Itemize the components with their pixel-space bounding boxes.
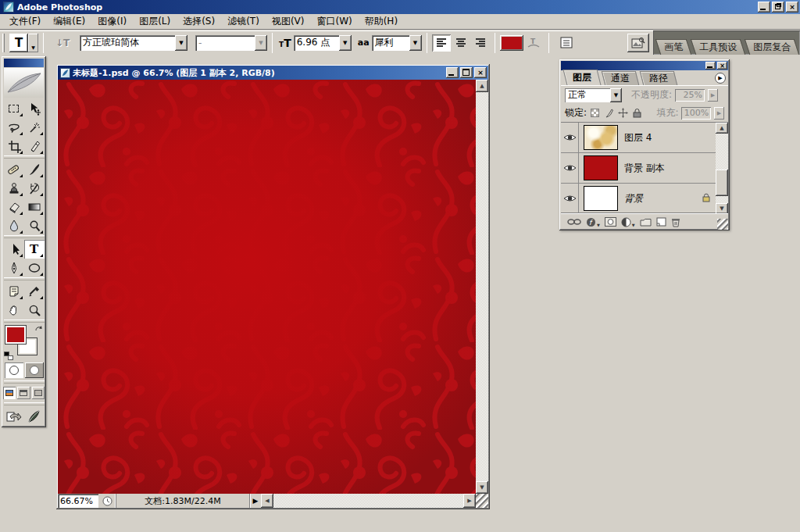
menu-help[interactable]: 帮助(H) [359,13,404,30]
blend-mode-dropdown[interactable]: 正常 ▼ [565,88,622,102]
vertical-scroll-track[interactable] [476,92,488,481]
standard-mode-button[interactable] [5,362,23,378]
fullscreen-menubar-button[interactable] [17,387,30,399]
vertical-scrollbar[interactable]: ▲ ▼ [476,80,488,494]
slice-tool[interactable] [24,137,45,155]
close-button[interactable]: × [786,2,798,12]
well-tab-layer-comps[interactable]: 图层复合 [745,39,799,55]
window-resize-grip[interactable] [476,494,488,508]
text-orientation-button[interactable]: ↓T [53,34,72,52]
pen-tool[interactable] [4,259,24,277]
layers-scroll-thumb[interactable] [716,170,728,196]
align-right-button[interactable] [471,34,490,52]
layer-thumbnail[interactable] [584,155,618,180]
layers-scroll-up[interactable]: ▲ [716,123,728,134]
layer-row-2[interactable]: 背景 副本 [561,153,716,184]
brush-tool[interactable] [24,160,45,179]
tool-preset-dropdown-arrow[interactable]: ▼ [28,34,38,52]
palette-menu-button[interactable]: ▶ [715,73,726,84]
healing-brush-tool[interactable] [4,160,24,179]
adjustment-layer-button[interactable]: ▼ [621,217,635,227]
well-tab-brushes[interactable]: 画笔 [655,39,691,55]
gradient-tool[interactable] [24,198,45,216]
scroll-down-button[interactable]: ▼ [476,481,488,494]
toolbox-titlebar[interactable] [4,59,44,67]
fill-slider-arrow[interactable]: ▶ [714,107,724,120]
font-family-dropdown[interactable]: 方正琥珀简体 ▼ [80,35,188,51]
shape-tool[interactable] [24,259,45,277]
fill-value[interactable]: 100% [681,107,711,120]
lock-position-icon[interactable] [618,108,629,118]
tab-layers[interactable]: 图层 [563,70,602,85]
new-group-button[interactable] [640,218,652,227]
palette-minimize-button[interactable] [705,62,716,70]
clone-stamp-tool[interactable] [4,179,24,198]
menu-file[interactable]: 文件(F) [3,13,47,30]
layer-thumbnail[interactable] [584,186,618,211]
warp-text-button[interactable]: T [523,34,544,52]
eraser-tool[interactable] [4,198,24,216]
scroll-up-button[interactable]: ▲ [476,80,488,92]
layers-scroll-down[interactable]: ▼ [716,203,728,214]
zoom-percentage-field[interactable]: 66.67% [58,494,98,508]
tool-preset-picker[interactable]: T ▼ [9,34,38,52]
fullscreen-button[interactable] [32,387,45,399]
swap-colors-icon[interactable] [34,324,44,334]
doc-close-button[interactable]: × [474,67,487,78]
palette-resize-grip[interactable] [717,219,728,230]
opacity-slider-arrow[interactable]: ▶ [708,89,718,102]
blend-mode-arrow[interactable]: ▼ [610,88,622,102]
lock-all-icon[interactable] [632,108,643,118]
menu-view[interactable]: 视图(V) [266,13,311,30]
visibility-toggle[interactable] [561,123,579,153]
horizontal-scrollbar[interactable]: ◀ ▶ [261,494,476,508]
menu-select[interactable]: 选择(S) [177,13,221,30]
blur-tool[interactable] [4,216,24,235]
anti-alias-dropdown[interactable]: 犀利 ▼ [372,35,422,51]
align-left-button[interactable] [432,34,451,52]
file-browser-button[interactable] [627,34,649,52]
dodge-tool[interactable] [24,216,45,235]
visibility-toggle[interactable] [561,153,579,184]
tab-channels[interactable]: 通道 [602,71,639,85]
link-layers-icon[interactable] [567,218,581,226]
visibility-toggle[interactable] [561,184,579,214]
scroll-right-button[interactable]: ▶ [463,494,476,508]
horizontal-scroll-track[interactable] [273,494,463,508]
tab-paths[interactable]: 路径 [640,71,677,85]
canvas[interactable] [58,80,476,494]
zoom-tool[interactable] [24,301,45,320]
minimize-button[interactable] [758,2,770,12]
rectangular-marquee-tool[interactable] [4,99,24,118]
toolbox-logo-button[interactable] [4,68,44,98]
font-size-dropdown[interactable]: 6.96 点 ▼ [294,35,352,51]
menu-image[interactable]: 图像(I) [91,13,133,30]
path-selection-tool[interactable] [4,240,24,259]
font-size-arrow[interactable]: ▼ [339,35,352,51]
delete-layer-button[interactable] [671,217,680,227]
crop-tool[interactable] [4,137,24,155]
document-size-status[interactable]: 文档:1.83M/22.4M [116,494,250,508]
lock-pixels-icon[interactable] [604,108,615,118]
options-bar-grip[interactable] [2,34,5,52]
add-layer-mask-button[interactable] [605,217,616,227]
restore-button[interactable] [772,2,784,12]
palettes-button[interactable] [557,35,576,51]
standard-screen-button[interactable] [3,387,16,399]
quick-mask-mode-button[interactable] [25,362,44,378]
scroll-left-button[interactable]: ◀ [261,494,273,508]
hand-tool[interactable] [4,301,24,320]
layer-name[interactable]: 背景 [624,192,702,205]
palette-close-button[interactable]: × [717,62,727,70]
status-expand-arrow[interactable]: ▶ [250,494,261,508]
align-center-button[interactable] [452,34,470,52]
type-tool[interactable]: T [24,240,45,259]
doc-minimize-button[interactable] [446,67,459,78]
well-tab-tool-presets[interactable]: 工具预设 [691,39,745,55]
layer-name[interactable]: 图层 4 [624,131,716,145]
app-titlebar[interactable]: Adobe Photoshop × [0,0,800,14]
layer-style-button[interactable]: f▼ [586,217,600,227]
layer-row-3[interactable]: 背景 [561,184,716,214]
magic-wand-tool[interactable] [24,118,45,137]
notes-tool[interactable] [4,282,24,301]
